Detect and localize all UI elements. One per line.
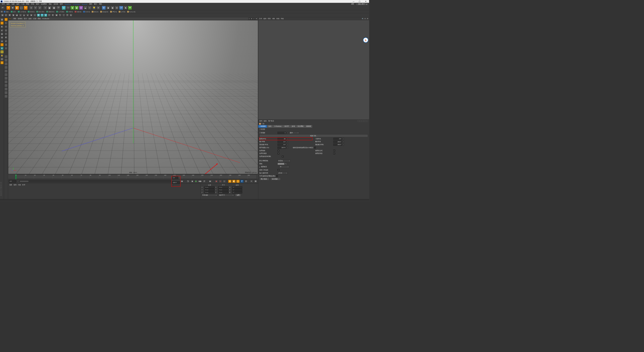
combo-viewcrop[interactable]: 中 <box>279 166 289 168</box>
attr-nav-new-icon[interactable] <box>366 120 368 122</box>
frame-current-input[interactable]: 0 F <box>172 177 178 179</box>
tag-icon[interactable]: ◎ <box>115 6 119 10</box>
om-menu-object[interactable]: 对象 <box>272 18 275 20</box>
palette-item-8[interactable]: 线性域 <box>74 11 82 13</box>
l2-slot-3[interactable] <box>4 66 8 69</box>
menu-select[interactable]: 选择 <box>16 3 20 5</box>
mat-menu-edit[interactable]: 编辑 <box>14 184 16 186</box>
axis-y-icon[interactable]: Y <box>33 6 37 10</box>
l1-icon-4[interactable]: ▣ <box>0 32 4 35</box>
mat-menu-tex[interactable]: 纹理 <box>22 184 25 186</box>
t2-icon-6[interactable]: ▲ <box>22 14 26 17</box>
add-spline-icon[interactable]: 〰 <box>66 6 70 10</box>
combo-defcol[interactable]: 灰蓝色 <box>277 160 291 162</box>
l2-slot-2[interactable] <box>4 62 8 66</box>
input-scale[interactable]: 1 <box>277 132 286 134</box>
l2-icon-3[interactable]: ◫ <box>4 29 8 32</box>
menu-create[interactable]: 创建 <box>11 3 15 5</box>
om-search-icon[interactable]: 🔍 <box>362 18 364 20</box>
t2-icon-18[interactable]: ☰ <box>66 14 69 17</box>
chk-expr[interactable]: ✓ <box>333 150 335 152</box>
l1-icon-0[interactable]: ▦ <box>0 18 4 21</box>
frame-end-spin[interactable] <box>172 184 173 186</box>
palette-item-13[interactable]: 公式域 <box>118 11 126 13</box>
add-primitive-icon[interactable]: ◍ <box>62 6 66 10</box>
chk-nodehint[interactable] <box>276 175 278 177</box>
tab-todo[interactable]: 待办事项 <box>296 125 305 128</box>
add-generator-icon[interactable]: ◆ <box>70 6 74 10</box>
l1-icon-9[interactable]: S <box>0 50 4 54</box>
coord-y[interactable]: 0 cm <box>205 189 215 191</box>
spin-length[interactable] <box>343 138 344 140</box>
rotate-tool-icon[interactable]: ◯ <box>19 6 23 10</box>
add-scene-icon[interactable]: ☀ <box>96 6 100 10</box>
live-select-icon[interactable]: ✦ <box>6 6 10 10</box>
size-y[interactable]: 0 cm <box>218 189 228 191</box>
input-pmax[interactable]: 250 F <box>333 144 342 146</box>
l1-icon-12[interactable]: 🔒 <box>0 61 4 64</box>
qr-plugin-icon[interactable]: QR <box>119 6 123 10</box>
attr-menu-userdata[interactable]: 用户数据 <box>268 120 274 122</box>
viewport-cross-icon[interactable]: ✛ <box>9 18 11 20</box>
t2-icon-17[interactable]: ⋮ <box>62 14 65 17</box>
palette-item-9[interactable]: 径向域 <box>82 11 91 13</box>
palette-item-4[interactable]: 圆柱体域 <box>35 11 45 13</box>
add-environment-icon[interactable]: ☁ <box>83 6 87 10</box>
chk-def[interactable]: ✓ <box>333 153 335 154</box>
btn-load-preset[interactable]: 载入预设... <box>259 178 269 180</box>
key-pos-button[interactable]: ⊕ <box>228 180 232 183</box>
l2-slot-10[interactable] <box>4 91 8 94</box>
render-region-icon[interactable]: ▦ <box>52 6 56 10</box>
rot-p[interactable]: 0 ° <box>232 189 242 191</box>
input-pmin[interactable]: 0 F <box>277 144 286 146</box>
l2-slot-0[interactable] <box>4 55 8 58</box>
render-view-icon[interactable]: ▣ <box>48 6 52 10</box>
vmenu-display[interactable]: 显示 <box>24 18 27 20</box>
palette-grip-icon[interactable] <box>1 11 3 13</box>
size-z[interactable]: 0 cm <box>218 191 228 194</box>
menu-file[interactable]: 文件 <box>1 3 5 5</box>
prev-frame-button[interactable]: ◀ <box>190 180 194 183</box>
keyframe-sel-button[interactable]: ◇ <box>223 180 226 183</box>
chk-linear[interactable]: ✓ <box>277 169 279 171</box>
l2-slot-8[interactable] <box>4 84 8 87</box>
menu-spline[interactable]: 样条 <box>30 3 35 5</box>
frame-current-spin[interactable] <box>172 179 173 181</box>
mograph-cloner-icon[interactable]: ⊞ <box>102 6 106 10</box>
play-button[interactable]: ▶ <box>194 180 198 183</box>
t2-icon-13[interactable]: ⟳ <box>48 14 51 17</box>
axis-z-icon[interactable]: Z <box>38 6 42 10</box>
tab-interp[interactable]: 帧插值 <box>305 125 312 128</box>
l2-icon-8[interactable]: ⌗ <box>4 47 8 50</box>
recent-tool-icon[interactable]: ✛ <box>24 6 28 10</box>
key-param-button[interactable]: P <box>240 180 244 183</box>
palette-item-10[interactable]: 随机域 <box>91 11 99 13</box>
frame-end-input[interactable]: 250 F <box>172 181 180 184</box>
goto-end-button[interactable]: ⏭ <box>209 180 212 183</box>
combo-scale-unit[interactable]: 厘米 <box>289 132 299 134</box>
palette-item-6[interactable]: 立方体域 <box>55 11 65 13</box>
reloop-button[interactable]: ↺ <box>203 180 206 183</box>
palette-item-7[interactable]: 环体域 <box>65 11 74 13</box>
frame-start-input[interactable]: 0 F <box>9 180 16 183</box>
t2-icon-4[interactable]: ◪ <box>15 14 19 17</box>
attr-menu-edit[interactable]: 编辑 <box>264 120 266 122</box>
t2-icon-10[interactable]: ⬢ <box>37 14 40 17</box>
chk-gen[interactable]: ✓ <box>277 153 279 154</box>
l1-icon-11[interactable]: ⊞ <box>0 58 4 61</box>
menu-mograph[interactable]: 运动图形 <box>40 3 48 5</box>
field-icon[interactable]: ◉ <box>110 6 114 10</box>
t2-icon-8[interactable]: ◆ <box>30 14 33 17</box>
vmenu-prorender[interactable]: ProRender <box>43 18 50 19</box>
t2-icon-15[interactable]: ▦ <box>55 14 58 17</box>
timeline-scrub[interactable] <box>19 180 171 182</box>
t2-icon-0[interactable]: ▧ <box>1 14 4 17</box>
size-x[interactable]: 0 cm <box>218 186 228 189</box>
key-scale-button[interactable]: ◧ <box>232 180 236 183</box>
l2-slot-11[interactable] <box>4 95 8 98</box>
l2-slot-4[interactable] <box>4 69 8 73</box>
input-length[interactable]: 0 F <box>333 138 342 140</box>
l2-slot-6[interactable] <box>4 77 8 80</box>
mograph-effector-icon[interactable]: ◆ <box>106 6 110 10</box>
palette-item-1[interactable]: 挤压 <box>10 11 17 13</box>
